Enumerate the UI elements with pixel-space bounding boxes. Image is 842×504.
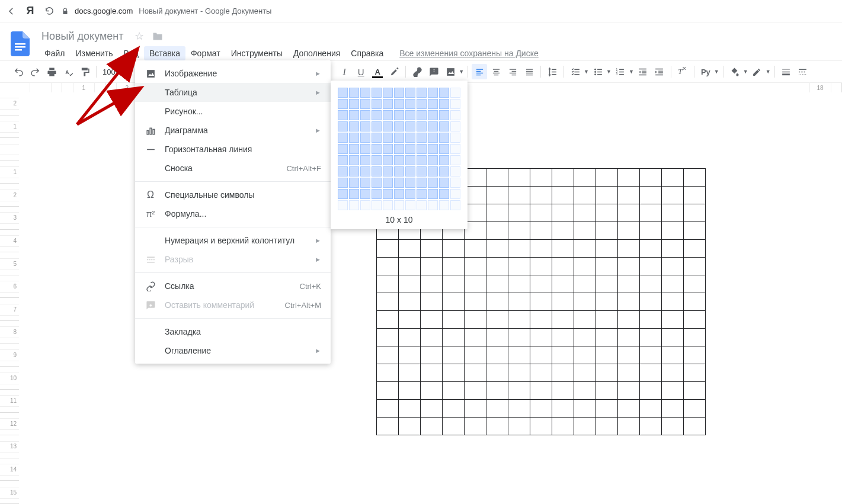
picker-cell[interactable] bbox=[417, 144, 427, 154]
picker-cell[interactable] bbox=[428, 88, 438, 98]
picker-cell[interactable] bbox=[439, 110, 449, 120]
insert-header-item[interactable]: Нумерация и верхний колонтитул ► bbox=[135, 231, 331, 250]
picker-cell[interactable] bbox=[417, 178, 427, 188]
insert-image-icon[interactable]: ▼ bbox=[443, 64, 464, 79]
picker-cell[interactable] bbox=[383, 155, 393, 165]
picker-cell[interactable] bbox=[394, 155, 404, 165]
zoom-select[interactable]: 100% ▼ bbox=[100, 68, 132, 76]
picker-cell[interactable] bbox=[383, 166, 393, 176]
undo-icon[interactable] bbox=[11, 64, 26, 79]
picker-cell[interactable] bbox=[439, 133, 449, 143]
fill-color-icon[interactable]: ▼ bbox=[727, 64, 748, 79]
picker-cell[interactable] bbox=[349, 155, 359, 165]
align-center-icon[interactable] bbox=[488, 64, 504, 79]
picker-cell[interactable] bbox=[383, 88, 393, 98]
picker-cell[interactable] bbox=[428, 166, 438, 176]
picker-cell[interactable] bbox=[349, 166, 359, 176]
picker-cell[interactable] bbox=[417, 99, 427, 109]
outdent-icon[interactable] bbox=[635, 64, 651, 79]
reload-icon[interactable] bbox=[43, 5, 56, 18]
picker-cell[interactable] bbox=[383, 133, 393, 143]
picker-cell[interactable] bbox=[338, 144, 348, 154]
align-right-icon[interactable] bbox=[505, 64, 520, 79]
border-width-icon[interactable] bbox=[779, 64, 794, 79]
picker-cell[interactable] bbox=[428, 133, 438, 143]
picker-cell[interactable] bbox=[372, 88, 382, 98]
insert-bookmark-item[interactable]: Закладка bbox=[135, 322, 331, 341]
picker-cell[interactable] bbox=[417, 121, 427, 131]
picker-cell[interactable] bbox=[450, 88, 460, 98]
insert-table-item[interactable]: Таблица ► bbox=[135, 83, 331, 102]
picker-cell[interactable] bbox=[428, 121, 438, 131]
print-icon[interactable] bbox=[44, 64, 59, 79]
picker-cell[interactable] bbox=[349, 178, 359, 188]
picker-cell[interactable] bbox=[360, 166, 370, 176]
picker-cell[interactable] bbox=[394, 121, 404, 131]
yandex-icon[interactable]: Я bbox=[24, 5, 37, 18]
numbered-icon[interactable]: 123▼ bbox=[613, 64, 634, 79]
picker-cell[interactable] bbox=[394, 178, 404, 188]
picker-cell[interactable] bbox=[338, 166, 348, 176]
picker-cell[interactable] bbox=[417, 133, 427, 143]
insert-comment-icon[interactable] bbox=[426, 64, 441, 79]
picker-cell[interactable] bbox=[450, 166, 460, 176]
redo-icon[interactable] bbox=[27, 64, 43, 79]
picker-cell[interactable] bbox=[349, 144, 359, 154]
picker-cell[interactable] bbox=[338, 178, 348, 188]
picker-cell[interactable] bbox=[349, 88, 359, 98]
picker-cell[interactable] bbox=[360, 110, 370, 120]
picker-cell[interactable] bbox=[405, 166, 415, 176]
picker-cell[interactable] bbox=[338, 99, 348, 109]
input-tools-icon[interactable]: Ру ▼ bbox=[698, 64, 719, 79]
picker-cell[interactable] bbox=[450, 144, 460, 154]
picker-cell[interactable] bbox=[360, 178, 370, 188]
picker-cell[interactable] bbox=[417, 189, 427, 199]
insert-image-item[interactable]: Изображение ► bbox=[135, 64, 331, 83]
star-icon[interactable]: ☆ bbox=[135, 30, 144, 43]
indent-icon[interactable] bbox=[652, 64, 667, 79]
picker-cell[interactable] bbox=[372, 189, 382, 199]
picker-cell[interactable] bbox=[338, 121, 348, 131]
underline-icon[interactable]: U bbox=[353, 64, 369, 79]
picker-cell[interactable] bbox=[439, 99, 449, 109]
picker-cell[interactable] bbox=[372, 110, 382, 120]
picker-cell[interactable] bbox=[383, 200, 393, 210]
doc-title[interactable]: Новый документ bbox=[39, 29, 126, 44]
picker-cell[interactable] bbox=[417, 200, 427, 210]
picker-cell[interactable] bbox=[405, 121, 415, 131]
picker-cell[interactable] bbox=[394, 200, 404, 210]
picker-cell[interactable] bbox=[417, 110, 427, 120]
picker-cell[interactable] bbox=[428, 110, 438, 120]
menu-help[interactable]: Справка bbox=[345, 46, 389, 60]
picker-cell[interactable] bbox=[405, 189, 415, 199]
picker-cell[interactable] bbox=[338, 189, 348, 199]
picker-cell[interactable] bbox=[360, 189, 370, 199]
picker-cell[interactable] bbox=[372, 99, 382, 109]
insert-equation-item[interactable]: π² Формула... bbox=[135, 204, 331, 223]
picker-cell[interactable] bbox=[439, 166, 449, 176]
back-icon[interactable] bbox=[5, 5, 18, 18]
insert-footnote-item[interactable]: Сноска Ctrl+Alt+F bbox=[135, 159, 331, 178]
highlight-icon[interactable] bbox=[386, 64, 402, 79]
picker-cell[interactable] bbox=[349, 200, 359, 210]
bullets-icon[interactable]: ▼ bbox=[590, 64, 612, 79]
picker-cell[interactable] bbox=[372, 178, 382, 188]
table-size-picker[interactable]: 10 x 10 bbox=[331, 81, 468, 229]
insert-toc-item[interactable]: Оглавление ► bbox=[135, 341, 331, 360]
checklist-icon[interactable]: ▼ bbox=[568, 64, 589, 79]
picker-cell[interactable] bbox=[349, 133, 359, 143]
picker-cell[interactable] bbox=[360, 133, 370, 143]
picker-cell[interactable] bbox=[450, 121, 460, 131]
picker-cell[interactable] bbox=[439, 88, 449, 98]
picker-cell[interactable] bbox=[439, 155, 449, 165]
picker-cell[interactable] bbox=[383, 189, 393, 199]
align-left-icon[interactable] bbox=[472, 64, 487, 79]
picker-cell[interactable] bbox=[439, 121, 449, 131]
align-justify-icon[interactable] bbox=[521, 64, 537, 79]
docs-logo-icon[interactable] bbox=[8, 28, 32, 59]
menu-insert[interactable]: Вставка bbox=[144, 46, 185, 60]
picker-cell[interactable] bbox=[417, 155, 427, 165]
menu-addons[interactable]: Дополнения bbox=[288, 46, 345, 60]
picker-cell[interactable] bbox=[428, 189, 438, 199]
border-color-icon[interactable]: ▼ bbox=[750, 64, 771, 79]
